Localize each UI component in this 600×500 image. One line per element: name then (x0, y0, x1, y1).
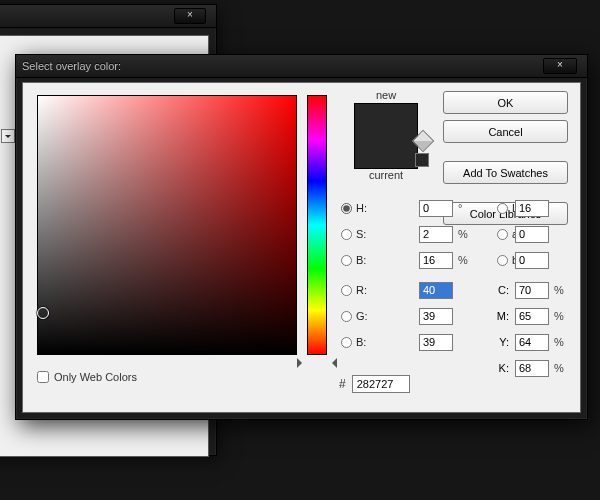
preview-box (354, 103, 418, 169)
ok-button[interactable]: OK (443, 91, 568, 114)
input-b-lab[interactable] (515, 252, 549, 269)
unit-s: % (455, 228, 471, 240)
label-y: Y: (495, 336, 515, 348)
unit-b-hsb: % (455, 254, 471, 266)
unit-c: % (551, 284, 567, 296)
radio-b-lab[interactable] (497, 255, 508, 266)
dialog-titlebar[interactable]: Select overlay color: × (16, 55, 587, 78)
label-current: current (343, 169, 429, 181)
saturation-brightness-field[interactable] (37, 95, 297, 355)
label-r: R: (356, 284, 367, 296)
input-b-hsb[interactable] (419, 252, 453, 269)
color-picker-dialog: Select overlay color: × new current OK C… (15, 54, 588, 420)
hue-slider[interactable] (307, 95, 327, 355)
dialog-panel: new current OK Cancel Add To Swatches Co… (22, 82, 581, 413)
input-b-rgb[interactable] (419, 334, 453, 351)
unit-y: % (551, 336, 567, 348)
input-s[interactable] (419, 226, 453, 243)
input-g[interactable] (419, 308, 453, 325)
label-s: S: (356, 228, 366, 240)
label-b-rgb: B: (356, 336, 366, 348)
input-y[interactable] (515, 334, 549, 351)
radio-r[interactable] (341, 285, 352, 296)
back-dropdown-icon[interactable] (1, 129, 15, 143)
hex-label: # (339, 377, 346, 391)
picker-ring-icon (37, 307, 49, 319)
preview-current-swatch (355, 136, 417, 168)
radio-g[interactable] (341, 311, 352, 322)
label-g: G: (356, 310, 368, 322)
back-window-close-button[interactable]: × (174, 8, 206, 24)
hex-row: # (339, 375, 410, 393)
mini-swatch-icon[interactable] (415, 153, 429, 167)
add-to-swatches-button[interactable]: Add To Swatches (443, 161, 568, 184)
input-c[interactable] (515, 282, 549, 299)
label-c: C: (495, 284, 515, 296)
dialog-close-button[interactable]: × (543, 58, 577, 74)
only-web-label: Only Web Colors (54, 371, 137, 383)
unit-k: % (551, 362, 567, 374)
input-m[interactable] (515, 308, 549, 325)
input-r[interactable] (419, 282, 453, 299)
input-l[interactable] (515, 200, 549, 217)
radio-b-hsb[interactable] (341, 255, 352, 266)
preview-new-swatch (355, 104, 417, 136)
hex-input[interactable] (352, 375, 410, 393)
radio-h[interactable] (341, 203, 352, 214)
input-h[interactable] (419, 200, 453, 217)
back-window-titlebar[interactable]: × (0, 5, 216, 28)
radio-l[interactable] (497, 203, 508, 214)
radio-b-rgb[interactable] (341, 337, 352, 348)
dialog-title: Select overlay color: (22, 60, 121, 72)
numeric-fields: H: ° L: S: % (339, 195, 571, 381)
label-m: M: (495, 310, 515, 322)
label-new: new (343, 89, 429, 101)
radio-a[interactable] (497, 229, 508, 240)
label-h: H: (356, 202, 367, 214)
only-web-checkbox[interactable] (37, 371, 49, 383)
input-k[interactable] (515, 360, 549, 377)
only-web-colors[interactable]: Only Web Colors (37, 371, 137, 383)
unit-m: % (551, 310, 567, 322)
radio-s[interactable] (341, 229, 352, 240)
cancel-button[interactable]: Cancel (443, 120, 568, 143)
input-a[interactable] (515, 226, 549, 243)
unit-h: ° (455, 202, 471, 214)
label-k: K: (495, 362, 515, 374)
label-b-hsb: B: (356, 254, 366, 266)
